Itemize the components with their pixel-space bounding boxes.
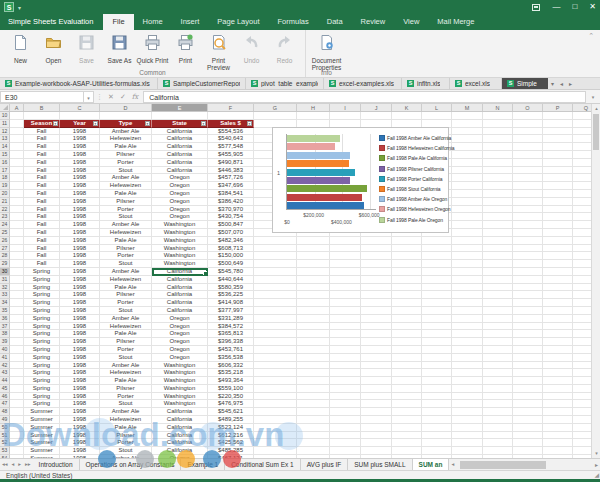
cell-g34[interactable]: [254, 299, 297, 307]
cell-g51[interactable]: [254, 432, 297, 440]
cell-e45[interactable]: Washington: [152, 385, 208, 393]
cell-k27[interactable]: [392, 245, 422, 253]
cell-m18[interactable]: [452, 174, 483, 182]
cell-m52[interactable]: [452, 439, 483, 447]
cell-a23[interactable]: [10, 213, 24, 221]
cell-i36[interactable]: [330, 315, 361, 323]
cell-f19[interactable]: $347,696: [208, 182, 254, 190]
cell-m32[interactable]: [452, 284, 483, 292]
cell-f10[interactable]: [208, 112, 254, 120]
cell-h35[interactable]: [297, 307, 330, 315]
cell-c52[interactable]: 1998: [60, 439, 100, 447]
cell-n11[interactable]: [483, 120, 513, 128]
menu-tab-page-layout[interactable]: Page Layout: [208, 14, 268, 30]
cell-k38[interactable]: [392, 330, 422, 338]
cell-i26[interactable]: [330, 237, 361, 245]
cell-l10[interactable]: [422, 112, 452, 120]
cell-c43[interactable]: 1998: [60, 369, 100, 377]
cell-j50[interactable]: [361, 424, 392, 432]
table-header-year[interactable]: Year▾: [60, 120, 100, 128]
cell-d48[interactable]: Amber Ale: [100, 408, 152, 416]
cell-l52[interactable]: [422, 439, 452, 447]
cell-a39[interactable]: [10, 338, 24, 346]
cell-a48[interactable]: [10, 408, 24, 416]
cell-j49[interactable]: [361, 416, 392, 424]
cell-p40[interactable]: [543, 346, 573, 354]
cell-h38[interactable]: [297, 330, 330, 338]
cell-b37[interactable]: Spring: [24, 323, 60, 331]
cell-h45[interactable]: [297, 385, 330, 393]
cell-e49[interactable]: California: [152, 416, 208, 424]
cell-n28[interactable]: [483, 252, 513, 260]
cell-e24[interactable]: Washington: [152, 221, 208, 229]
menu-tab-formulas[interactable]: Formulas: [268, 14, 317, 30]
cell-j45[interactable]: [361, 385, 392, 393]
cell-l49[interactable]: [422, 416, 452, 424]
minimize-button[interactable]: —: [552, 0, 560, 14]
cell-c53[interactable]: 1998: [60, 447, 100, 455]
cell-e38[interactable]: Oregon: [152, 330, 208, 338]
cell-p38[interactable]: [543, 330, 573, 338]
table-header-sales[interactable]: Sales $▾: [208, 120, 254, 128]
cell-d49[interactable]: Hefeweizen: [100, 416, 152, 424]
cell-o19[interactable]: [513, 182, 543, 190]
cell-g33[interactable]: [254, 291, 297, 299]
cell-o12[interactable]: [513, 128, 543, 136]
cell-g32[interactable]: [254, 284, 297, 292]
cell-i40[interactable]: [330, 346, 361, 354]
cell-f27[interactable]: $608,713: [208, 245, 254, 253]
cell-p39[interactable]: [543, 338, 573, 346]
cell-o25[interactable]: [513, 229, 543, 237]
cell-p52[interactable]: [543, 439, 573, 447]
cell-a29[interactable]: [10, 260, 24, 268]
row-header-52[interactable]: 52: [0, 439, 10, 447]
cell-o52[interactable]: [513, 439, 543, 447]
cell-a18[interactable]: [10, 174, 24, 182]
cell-n41[interactable]: [483, 354, 513, 362]
cell-m39[interactable]: [452, 338, 483, 346]
cell-d24[interactable]: Amber Ale: [100, 221, 152, 229]
cell-o48[interactable]: [513, 408, 543, 416]
cell-b17[interactable]: Fall: [24, 167, 60, 175]
row-header-43[interactable]: 43: [0, 369, 10, 377]
cell-b20[interactable]: Fall: [24, 190, 60, 198]
cell-o34[interactable]: [513, 299, 543, 307]
scroll-up-icon[interactable]: ▴: [592, 104, 600, 113]
row-header-53[interactable]: 53: [0, 447, 10, 455]
cell-b29[interactable]: Fall: [24, 260, 60, 268]
cell-o20[interactable]: [513, 190, 543, 198]
column-header-l[interactable]: L: [422, 104, 452, 111]
cell-k45[interactable]: [392, 385, 422, 393]
cell-b16[interactable]: Fall: [24, 159, 60, 167]
cell-f50[interactable]: $523,124: [208, 424, 254, 432]
cell-l47[interactable]: [422, 400, 452, 408]
cell-d40[interactable]: Porter: [100, 346, 152, 354]
cell-j43[interactable]: [361, 369, 392, 377]
cell-p21[interactable]: [543, 198, 573, 206]
row-header-26[interactable]: 26: [0, 237, 10, 245]
cell-k47[interactable]: [392, 400, 422, 408]
cell-p27[interactable]: [543, 245, 573, 253]
ribbon-display-options-icon[interactable]: [532, 4, 540, 11]
cell-m53[interactable]: [452, 447, 483, 455]
row-header-27[interactable]: 27: [0, 245, 10, 253]
cell-p48[interactable]: [543, 408, 573, 416]
cell-a43[interactable]: [10, 369, 24, 377]
filter-dropdown-icon[interactable]: ▾: [53, 121, 58, 126]
cell-h37[interactable]: [297, 323, 330, 331]
cell-m31[interactable]: [452, 276, 483, 284]
row-header-28[interactable]: 28: [0, 252, 10, 260]
cell-d35[interactable]: Stout: [100, 307, 152, 315]
cell-b15[interactable]: Fall: [24, 151, 60, 159]
menu-tab-view[interactable]: View: [394, 14, 428, 30]
cell-e48[interactable]: California: [152, 408, 208, 416]
insert-function-icon[interactable]: fx: [129, 93, 142, 101]
cell-e17[interactable]: California: [152, 167, 208, 175]
cell-a44[interactable]: [10, 377, 24, 385]
cell-b53[interactable]: Summer: [24, 447, 60, 455]
cell-h10[interactable]: [297, 112, 330, 120]
cell-k37[interactable]: [392, 323, 422, 331]
cell-i37[interactable]: [330, 323, 361, 331]
cell-i53[interactable]: [330, 447, 361, 455]
cell-l43[interactable]: [422, 369, 452, 377]
